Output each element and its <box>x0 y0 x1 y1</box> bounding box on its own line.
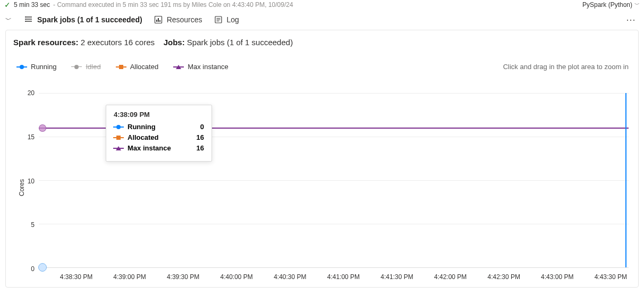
tooltip-row-max: Max instance 16 <box>114 144 204 152</box>
y-tick: 15 <box>21 133 35 141</box>
x-tick: 4:38:30 PM <box>60 273 92 281</box>
x-tick: 4:40:30 PM <box>274 273 306 281</box>
tab-resources[interactable]: Resources <box>154 15 202 24</box>
svg-point-1 <box>25 19 26 20</box>
tab-spark-jobs[interactable]: Spark jobs (1 of 1 succeeded) <box>24 15 142 24</box>
hover-point-marker <box>39 124 46 132</box>
legend-running-label: Running <box>31 63 56 71</box>
y-tick: 5 <box>21 221 35 229</box>
language-picker[interactable]: PySpark (Python) ﹀ <box>582 1 640 9</box>
status-detail-text: Command executed in 5 min 33 sec 191 ms … <box>57 1 293 9</box>
cell-output-tabs: ﹀ Spark jobs (1 of 1 succeeded) Resource… <box>0 11 644 30</box>
language-label: PySpark (Python) <box>582 1 632 9</box>
x-tick: 4:42:00 PM <box>434 273 467 281</box>
more-menu-icon[interactable]: ⋯ <box>626 14 640 26</box>
collapse-chevron-icon[interactable]: ﹀ <box>4 15 13 24</box>
y-tick: 10 <box>21 178 35 185</box>
tooltip-allocated-label: Allocated <box>128 133 192 141</box>
spark-jobs-icon <box>24 15 33 24</box>
svg-rect-4 <box>156 20 157 22</box>
y-tick: 0 <box>21 265 35 273</box>
status-bar: ✓ 5 min 33 sec - Command executed in 5 m… <box>0 0 644 11</box>
legend-idled[interactable]: Idled <box>71 63 100 71</box>
svg-point-0 <box>25 16 26 18</box>
status-duration: 5 min 33 sec <box>14 1 50 9</box>
chart-tooltip: 4:38:09 PM Running 0 Allocated 16 Max in… <box>106 105 212 162</box>
x-tick: 4:43:00 PM <box>541 273 573 281</box>
legend-allocated-label: Allocated <box>130 63 158 71</box>
x-tick: 4:40:00 PM <box>220 273 252 281</box>
resources-summary-value: 2 executors 16 cores <box>81 38 155 47</box>
resources-panel: Spark resources: 2 executors 16 cores Jo… <box>5 30 639 288</box>
zoom-hint: Click and drag in the plot area to zoom … <box>503 63 631 71</box>
jobs-summary-label: Jobs: <box>164 38 185 47</box>
time-cursor <box>625 93 626 267</box>
legend-idled-label: Idled <box>86 63 100 71</box>
tooltip-time: 4:38:09 PM <box>114 111 204 119</box>
svg-rect-6 <box>159 20 160 22</box>
tab-log-label: Log <box>227 15 239 24</box>
legend-max-instance-label: Max instance <box>188 63 228 71</box>
legend-max-instance[interactable]: Max instance <box>173 63 228 71</box>
tooltip-running-label: Running <box>128 123 196 131</box>
chart-legend: Running Idled Allocated Max instance Cli… <box>13 63 631 71</box>
summary-line: Spark resources: 2 executors 16 cores Jo… <box>13 38 631 47</box>
y-tick: 20 <box>21 89 35 97</box>
x-tick: 4:41:30 PM <box>380 273 413 281</box>
svg-rect-5 <box>158 18 159 22</box>
success-check-icon: ✓ <box>4 1 11 9</box>
resources-summary-label: Spark resources: <box>13 38 79 47</box>
tab-resources-label: Resources <box>167 15 202 24</box>
legend-allocated[interactable]: Allocated <box>116 63 158 71</box>
legend-running[interactable]: Running <box>16 63 56 71</box>
resources-icon <box>154 15 163 24</box>
x-tick: 4:43:30 PM <box>595 273 627 281</box>
status-left: ✓ 5 min 33 sec - Command executed in 5 m… <box>4 1 582 9</box>
status-detail: - Command executed in 5 min 33 sec 191 m… <box>53 1 293 9</box>
tooltip-row-allocated: Allocated 16 <box>114 133 204 141</box>
x-ticks: 4:38:30 PM 4:39:00 PM 4:39:30 PM 4:40:00… <box>39 270 629 282</box>
tooltip-allocated-value: 16 <box>197 133 204 141</box>
tab-log[interactable]: Log <box>214 15 239 24</box>
x-tick: 4:39:00 PM <box>113 273 146 281</box>
tab-spark-jobs-label: Spark jobs (1 of 1 succeeded) <box>37 15 142 24</box>
chevron-down-icon: ﹀ <box>634 1 640 9</box>
x-tick: 4:39:30 PM <box>167 273 199 281</box>
x-tick: 4:41:00 PM <box>327 273 360 281</box>
x-tick: 4:42:30 PM <box>488 273 520 281</box>
jobs-summary-value: Spark jobs (1 of 1 succeeded) <box>187 38 293 47</box>
tooltip-row-running: Running 0 <box>114 123 204 131</box>
tooltip-max-label: Max instance <box>128 144 192 152</box>
tooltip-running-value: 0 <box>200 123 204 131</box>
y-ticks: 20 15 10 5 0 <box>21 93 35 269</box>
svg-point-2 <box>25 21 26 22</box>
log-icon <box>214 15 223 24</box>
tooltip-max-value: 16 <box>197 144 204 152</box>
